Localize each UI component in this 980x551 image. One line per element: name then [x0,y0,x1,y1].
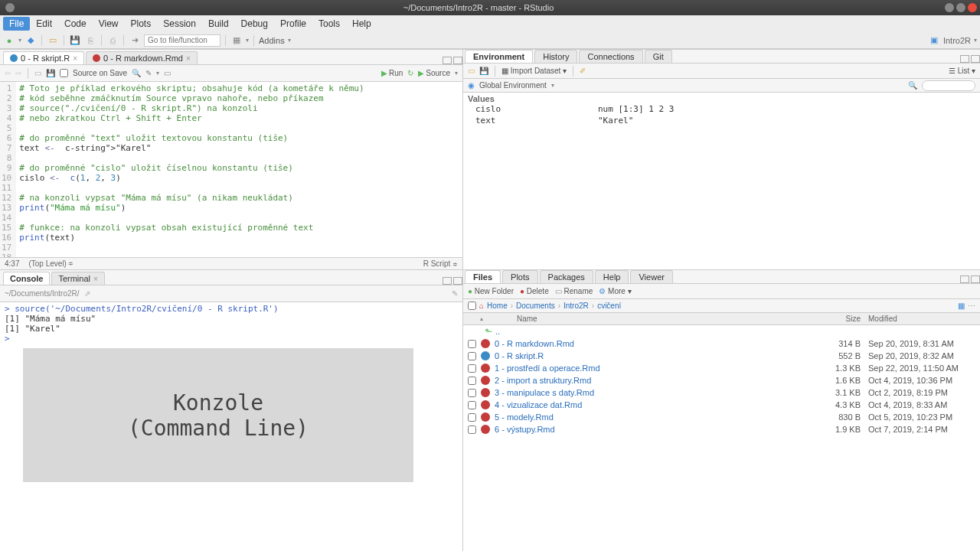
source-on-save-checkbox[interactable] [60,69,68,77]
maximize-pane-icon[interactable] [971,276,980,283]
open-file-icon[interactable]: ▭ [47,34,59,47]
file-name[interactable]: 2 - import a struktury.Rmd [495,376,799,385]
code-editor[interactable]: 123456789101112131415161718 # Toto je př… [0,82,462,257]
menu-file[interactable]: File [3,17,30,31]
tab-history[interactable]: History [534,50,577,63]
minimize-pane-icon[interactable] [443,57,452,64]
breadcrumb-cviceni[interactable]: cvičení [597,302,621,310]
import-dataset-button[interactable]: ▦ Import Dataset ▾ [501,67,567,75]
col-name[interactable]: Name [486,315,799,323]
save-workspace-icon[interactable]: 💾 [479,67,488,75]
tab-rmd[interactable]: 0 - R markdown.Rmd × [86,51,198,64]
tab-environment[interactable]: Environment [465,50,533,63]
file-checkbox[interactable] [468,352,476,360]
tab-help[interactable]: Help [595,270,629,283]
up-folder-icon[interactable]: ⬑ [485,326,492,337]
scope-label[interactable]: (Top Level) [28,259,66,268]
file-name[interactable]: 3 - manipulace s daty.Rmd [495,388,799,397]
console-output[interactable]: > source('~/Documents/Intro2R/cvičení/0 … [0,302,462,551]
menu-tools[interactable]: Tools [312,17,346,31]
file-row[interactable]: 2 - import a struktury.Rmd1.6 KBOct 4, 2… [463,374,980,386]
menu-debug[interactable]: Debug [235,17,274,31]
file-checkbox[interactable] [468,364,476,373]
global-env-icon[interactable]: ◉ [468,81,475,90]
source-button[interactable]: ▶Source [418,69,450,77]
col-size[interactable]: Size [799,315,861,323]
breadcrumb-documents[interactable]: Documents [516,302,555,310]
project-name[interactable]: Intro2R [943,36,971,45]
breadcrumb-home[interactable]: Home [487,302,508,310]
tab-plots[interactable]: Plots [502,270,537,283]
tab-viewer[interactable]: Viewer [630,270,672,283]
goto-input[interactable] [144,34,220,47]
more-icon[interactable]: ⋯ [968,302,975,310]
maximize-pane-icon[interactable] [453,277,462,285]
file-name[interactable]: 5 - modely.Rmd [495,412,799,422]
back-icon[interactable]: ⇦ [5,69,11,77]
load-workspace-icon[interactable]: ▭ [468,67,475,75]
select-all-checkbox[interactable] [468,302,476,310]
minimize-button[interactable] [945,3,954,12]
col-modified[interactable]: Modified [861,315,975,323]
print-icon[interactable]: ⎙ [106,34,119,47]
close-tab-icon[interactable]: × [186,54,191,63]
file-row[interactable]: 3 - manipulace s daty.Rmd3.1 KBOct 2, 20… [463,386,980,399]
rename-button[interactable]: ▭ Rename [555,287,593,295]
tab-packages[interactable]: Packages [540,270,593,283]
file-name[interactable]: 0 - R markdown.Rmd [495,339,799,348]
file-checkbox[interactable] [468,401,476,409]
env-variable[interactable]: cislonum [1:3] 1 2 3 [468,103,975,115]
close-button[interactable] [968,3,977,12]
new-folder-button[interactable]: ● New Folder [468,287,514,295]
file-row[interactable]: 0 - R skript.R552 BSep 20, 2019, 8:32 AM [463,350,980,362]
tab-console[interactable]: Console [3,272,50,285]
menu-view[interactable]: View [93,17,125,31]
find-icon[interactable]: 🔍 [132,69,141,77]
env-scope-selector[interactable]: Global Environment [479,81,547,90]
file-row[interactable]: 6 - výstupy.Rmd1.9 KBOct 7, 2019, 2:14 P… [463,423,980,435]
file-row[interactable]: 5 - modely.Rmd830 BOct 5, 2019, 10:23 PM [463,411,980,423]
file-row[interactable]: 1 - prostředí a operace.Rmd1.3 KBSep 22,… [463,362,980,374]
minimize-pane-icon[interactable] [443,277,452,285]
new-project-icon[interactable]: ◆ [24,34,37,47]
maximize-button[interactable] [956,3,965,12]
clear-env-icon[interactable]: ✐ [580,67,586,75]
maximize-pane-icon[interactable] [971,55,980,63]
save-all-icon[interactable]: ⎘ [84,34,96,47]
list-view-button[interactable]: ☰ List ▾ [949,67,975,75]
addins-menu[interactable]: Addins [259,36,285,45]
breadcrumb-intro2r[interactable]: Intro2R [564,302,589,310]
env-variable[interactable]: text"Karel" [468,115,975,126]
console-popout-icon[interactable]: ⇗ [84,289,90,298]
report-icon[interactable]: ▭ [164,69,171,77]
show-in-new-icon[interactable]: ▭ [34,69,41,77]
goto-icon[interactable]: ➜ [129,34,141,47]
tab-files[interactable]: Files [465,270,501,283]
rerun-icon[interactable]: ↻ [407,69,413,77]
search-input[interactable] [922,80,975,91]
file-checkbox[interactable] [468,413,476,422]
file-row-up[interactable]: ⬑ .. [463,325,980,337]
file-checkbox[interactable] [468,377,476,385]
delete-button[interactable]: ● Delete [520,287,549,295]
save-icon[interactable]: 💾 [69,34,81,47]
save-icon[interactable]: 💾 [46,69,55,77]
minimize-pane-icon[interactable] [960,276,969,283]
maximize-pane-icon[interactable] [453,57,462,64]
menu-help[interactable]: Help [346,17,377,31]
clear-console-icon[interactable]: ✎ [452,289,458,298]
menu-edit[interactable]: Edit [30,17,58,31]
file-name[interactable]: 4 - vizualizace dat.Rmd [495,400,799,409]
tab-terminal[interactable]: Terminal× [51,272,104,285]
home-icon[interactable]: ⌂ [479,302,484,310]
file-row[interactable]: 0 - R markdown.Rmd314 BSep 20, 2019, 8:3… [463,337,980,350]
file-checkbox[interactable] [468,340,476,348]
menu-profile[interactable]: Profile [274,17,312,31]
wand-icon[interactable]: ✎ [145,69,152,77]
project-icon[interactable]: ▣ [928,34,940,47]
file-checkbox[interactable] [468,389,476,397]
close-tab-icon[interactable]: × [73,54,77,63]
tab-r-script[interactable]: 0 - R skript.R × [3,51,84,64]
menu-code[interactable]: Code [58,17,93,31]
grid-icon[interactable]: ▦ [230,34,243,47]
